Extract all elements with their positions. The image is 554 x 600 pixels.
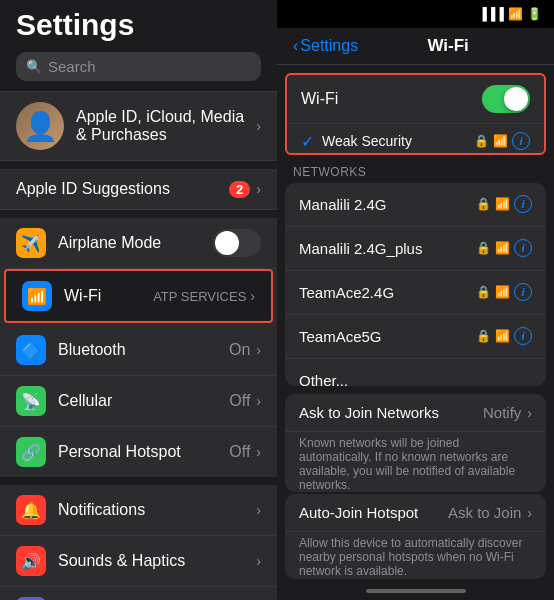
info-icon[interactable]: i xyxy=(512,132,530,150)
suggestion-chevron-icon: › xyxy=(256,181,261,197)
lock-icon: 🔒 xyxy=(476,329,491,343)
status-bar-right: ▐▐▐ 📶 🔋 xyxy=(277,0,554,28)
back-label: Settings xyxy=(300,37,358,55)
network-row-other[interactable]: Other... xyxy=(285,359,546,387)
notifications-label: Notifications xyxy=(58,501,256,519)
search-bar[interactable]: 🔍 Search xyxy=(16,52,261,81)
wifi-page-title: Wi-Fi xyxy=(358,36,538,56)
bluetooth-value: On xyxy=(229,341,250,359)
home-bar-right xyxy=(277,581,554,600)
checkmark-icon: ✓ xyxy=(301,132,314,151)
info-icon[interactable]: i xyxy=(514,239,532,257)
hotspot-icon: 🔗 xyxy=(16,437,46,467)
avatar: 👤 xyxy=(16,102,64,150)
lock-icon: 🔒 xyxy=(476,197,491,211)
network-icons: 🔒 📶 i xyxy=(476,195,532,213)
home-indicator-right xyxy=(366,589,466,593)
hotspot-label: Personal Hotspot xyxy=(58,443,229,461)
wifi-toggle[interactable] xyxy=(482,85,530,113)
bluetooth-chevron-icon: › xyxy=(256,342,261,358)
weak-security-icons: 🔒 📶 i xyxy=(474,132,530,150)
auto-join-description: Allow this device to automatically disco… xyxy=(285,532,546,579)
airplane-toggle[interactable] xyxy=(213,229,261,257)
wifi-nav-header: ‹ Settings Wi-Fi xyxy=(277,28,554,65)
wifi-toggle-label: Wi-Fi xyxy=(301,90,482,108)
wifi-signal-icon: 📶 xyxy=(493,134,508,148)
wifi-row-icon: 📶 xyxy=(22,281,52,311)
suggestion-label: Apple ID Suggestions xyxy=(16,180,229,198)
hotspot-value: Off xyxy=(229,443,250,461)
info-icon[interactable]: i xyxy=(514,327,532,345)
search-icon: 🔍 xyxy=(26,59,42,74)
wifi-toggle-thumb xyxy=(504,87,528,111)
suggestion-row[interactable]: Apple ID Suggestions 2 › xyxy=(0,169,277,210)
hotspot-row[interactable]: 🔗 Personal Hotspot Off › xyxy=(0,427,277,477)
network-icons: 🔒 📶 i xyxy=(476,327,532,345)
notifications-row[interactable]: 🔔 Notifications › xyxy=(0,485,277,536)
info-icon[interactable]: i xyxy=(514,195,532,213)
back-chevron-icon: ‹ xyxy=(293,37,298,55)
airplane-toggle-thumb xyxy=(215,231,239,255)
wifi-icon: 📶 xyxy=(495,329,510,343)
auto-join-value: Ask to Join xyxy=(448,504,521,521)
cellular-value: Off xyxy=(229,392,250,410)
signal-icon: ▐▐▐ xyxy=(478,7,504,21)
settings-group-connectivity: ✈️ Airplane Mode 📶 Wi-Fi ATP SERVICES › … xyxy=(0,218,277,477)
status-icons: ▐▐▐ 📶 🔋 xyxy=(478,7,542,21)
airplane-mode-row[interactable]: ✈️ Airplane Mode xyxy=(0,218,277,269)
network-name: TeamAce5G xyxy=(299,328,476,345)
network-row-manalili-2g-plus[interactable]: Manalili 2.4G_plus 🔒 📶 i xyxy=(285,227,546,271)
notifications-icon: 🔔 xyxy=(16,495,46,525)
auto-join-chevron-icon: › xyxy=(527,505,532,521)
wifi-status-icon: 📶 xyxy=(508,7,523,21)
bluetooth-row[interactable]: 🔷 Bluetooth On › xyxy=(0,325,277,376)
cellular-label: Cellular xyxy=(58,392,229,410)
network-row-teamace-2g[interactable]: TeamAce2.4G 🔒 📶 i xyxy=(285,271,546,315)
network-name: Manalili 2.4G_plus xyxy=(299,240,476,257)
network-row-manalili-2g[interactable]: Manalili 2.4G 🔒 📶 i xyxy=(285,183,546,227)
notifications-chevron-icon: › xyxy=(256,502,261,518)
ask-join-chevron-icon: › xyxy=(527,405,532,421)
left-panel: Settings 🔍 Search 👤 Apple ID, iCloud, Me… xyxy=(0,0,277,600)
network-name: TeamAce2.4G xyxy=(299,284,476,301)
cellular-icon: 📡 xyxy=(16,386,46,416)
hotspot-chevron-icon: › xyxy=(256,444,261,460)
sounds-chevron-icon: › xyxy=(256,553,261,569)
cellular-row[interactable]: 📡 Cellular Off › xyxy=(0,376,277,427)
auto-join-label: Auto-Join Hotspot xyxy=(299,504,448,521)
donotdisturb-row[interactable]: 🌙 Do Not Disturb › xyxy=(0,587,277,600)
ask-join-row[interactable]: Ask to Join Networks Notify › xyxy=(285,394,546,432)
airplane-icon: ✈️ xyxy=(16,228,46,258)
lock-icon: 🔒 xyxy=(474,134,489,148)
sounds-icon: 🔊 xyxy=(16,546,46,576)
profile-text: Apple ID, iCloud, Media & Purchases xyxy=(76,108,244,144)
settings-title: Settings xyxy=(0,0,277,48)
ask-join-section: Ask to Join Networks Notify › Known netw… xyxy=(285,394,546,492)
info-icon[interactable]: i xyxy=(514,283,532,301)
wifi-toggle-section: Wi-Fi ✓ Weak Security 🔒 📶 i xyxy=(285,73,546,155)
battery-icon: 🔋 xyxy=(527,7,542,21)
sounds-row[interactable]: 🔊 Sounds & Haptics › xyxy=(0,536,277,587)
settings-group-preferences: 🔔 Notifications › 🔊 Sounds & Haptics › 🌙… xyxy=(0,485,277,600)
network-icons: 🔒 📶 i xyxy=(476,239,532,257)
wifi-icon: 📶 xyxy=(495,197,510,211)
ask-join-value: Notify xyxy=(483,404,521,421)
wifi-row[interactable]: 📶 Wi-Fi ATP SERVICES › xyxy=(4,269,273,323)
suggestion-badge: 2 xyxy=(229,181,250,198)
bluetooth-label: Bluetooth xyxy=(58,341,229,359)
wifi-icon: 📶 xyxy=(495,285,510,299)
wifi-value: ATP SERVICES xyxy=(153,289,246,304)
wifi-toggle-row[interactable]: Wi-Fi xyxy=(287,75,544,124)
profile-row[interactable]: 👤 Apple ID, iCloud, Media & Purchases › xyxy=(0,91,277,161)
ask-join-label: Ask to Join Networks xyxy=(299,404,483,421)
back-button[interactable]: ‹ Settings xyxy=(293,37,358,55)
ask-join-description: Known networks will be joined automatica… xyxy=(285,432,546,492)
auto-join-section: Auto-Join Hotspot Ask to Join › Allow th… xyxy=(285,494,546,579)
airplane-label: Airplane Mode xyxy=(58,234,213,252)
profile-name: Apple ID, iCloud, Media & Purchases xyxy=(76,108,244,144)
network-row-teamace-5g[interactable]: TeamAce5G 🔒 📶 i xyxy=(285,315,546,359)
wifi-row-label: Wi-Fi xyxy=(64,287,153,305)
lock-icon: 🔒 xyxy=(476,241,491,255)
weak-security-row[interactable]: ✓ Weak Security 🔒 📶 i xyxy=(287,124,544,155)
auto-join-row[interactable]: Auto-Join Hotspot Ask to Join › xyxy=(285,494,546,532)
